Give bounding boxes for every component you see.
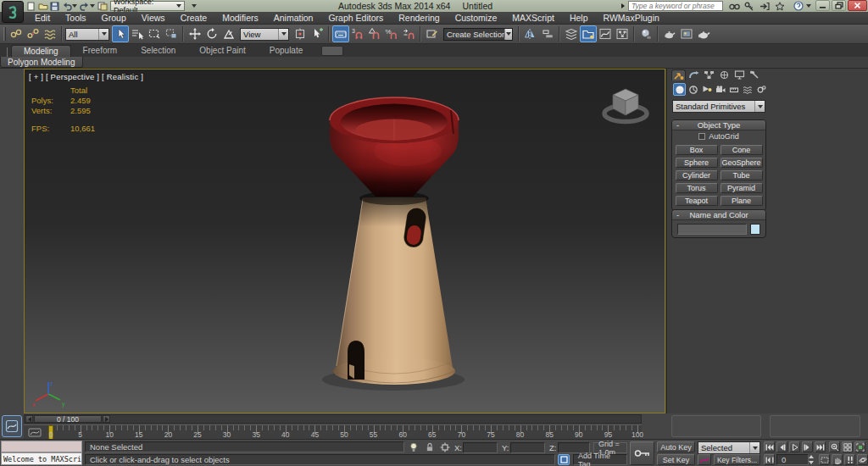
object-type-pyramid-button[interactable]: Pyramid [721,183,763,193]
isolate-selection-icon[interactable] [407,441,420,452]
layer-manager-button[interactable] [563,25,580,42]
select-by-name-button[interactable] [129,25,146,42]
time-slider-next-icon[interactable] [103,415,110,423]
select-object-button[interactable] [112,25,129,42]
ribbon-tab-freeform[interactable]: Freeform [71,45,130,57]
object-type-plane-button[interactable]: Plane [721,196,763,206]
reference-coordinate-dropdown[interactable]: View [240,28,289,41]
edit-named-selection-sets-button[interactable] [424,25,441,42]
key-mode-toggle[interactable] [764,454,775,465]
render-production-button[interactable] [695,25,712,42]
menu-item-help[interactable]: Help [562,12,596,25]
menu-item-customize[interactable]: Customize [448,12,505,25]
go-to-end-button[interactable] [815,441,826,452]
favorites-star-icon[interactable] [773,1,787,11]
menu-item-animation[interactable]: Animation [266,12,321,25]
menu-item-maxscript[interactable]: MAXScript [504,12,562,25]
ribbon-config-icon[interactable] [321,46,343,56]
infocenter-arrow-icon[interactable] [619,1,626,11]
time-slider-handle[interactable]: 0 / 100 [34,415,102,423]
spinner-snap-toggle-button[interactable] [400,25,417,42]
autogrid-checkbox[interactable] [698,133,705,140]
mirror-button[interactable] [522,25,539,42]
zoom-all-icon[interactable] [842,441,853,452]
frame-spinner[interactable] [809,454,815,465]
auto-key-button[interactable]: Auto Key [657,441,695,452]
category-helpers[interactable] [727,83,740,96]
help-icon[interactable] [792,1,805,11]
object-name-field[interactable] [677,224,747,235]
ribbon-panel-polygon-modeling[interactable]: Polygon Modeling [0,57,83,68]
zoom-icon[interactable] [829,441,840,452]
rendered-frame-window-button[interactable] [678,25,695,42]
ribbon-tab-object-paint[interactable]: Object Paint [187,45,257,57]
keyboard-shortcut-override-toggle[interactable] [332,25,349,42]
app-logo-button[interactable] [2,1,24,23]
menu-item-rwmaxplugin[interactable]: RWMaxPlugin [596,12,667,25]
menu-item-graph-editors[interactable]: Graph Editors [320,12,391,25]
tab-create[interactable] [671,69,686,80]
toolbar-grip[interactable] [3,27,6,41]
toggle-ribbon-button[interactable] [580,25,597,42]
selection-lock-icon[interactable] [423,441,437,452]
track-bar[interactable]: 0510152025303540455055606570758085909510… [24,424,642,439]
select-and-rotate-button[interactable] [203,25,220,42]
sign-in-icon[interactable] [758,1,771,11]
search-binoculars-icon[interactable] [727,1,741,11]
menu-item-rendering[interactable]: Rendering [391,12,447,25]
add-time-tag-field[interactable]: Add Time Tag [573,454,627,465]
mini-curve-editor-button[interactable] [2,415,22,437]
restore-button[interactable] [832,0,846,11]
use-pivot-point-center-button[interactable] [292,25,309,42]
pan-view-icon[interactable] [832,454,843,465]
current-frame-field[interactable]: 0 [776,454,809,465]
save-file-icon[interactable] [49,1,60,11]
quick-access-customize-icon[interactable] [188,1,199,11]
schematic-view-button[interactable] [614,25,631,42]
transform-gizmo-icon[interactable] [438,441,452,452]
maxscript-mini-listener-macro[interactable] [1,441,82,452]
bind-to-space-warp-icon[interactable] [42,25,58,42]
play-animation-button[interactable] [789,441,800,452]
redo-dropdown-icon[interactable] [89,1,96,11]
set-keys-button[interactable] [630,441,654,465]
object-type-cone-button[interactable]: Cone [721,145,763,155]
material-editor-button[interactable] [637,25,654,42]
object-type-sphere-button[interactable]: Sphere [676,158,718,168]
tab-modify[interactable] [687,69,701,80]
name-color-rollout-header[interactable]: - Name and Color [672,210,765,220]
time-slider[interactable]: 0 / 100 [24,414,642,424]
time-tag-icon[interactable] [558,454,570,465]
close-button[interactable] [848,0,867,11]
render-setup-button[interactable] [661,25,678,42]
object-type-box-button[interactable]: Box [676,145,718,155]
tab-motion[interactable] [717,69,732,80]
go-to-start-button[interactable] [764,441,775,452]
category-lights[interactable] [700,83,713,96]
workspace-dropdown[interactable]: Workspace: Default [110,1,185,11]
rectangular-selection-region-button[interactable] [146,25,163,42]
tab-display[interactable] [732,69,747,80]
walk-through-icon[interactable] [844,454,855,465]
snap-toggle-3d-button[interactable]: 3 [349,25,366,42]
zoom-extents-icon[interactable] [854,441,865,452]
object-type-teapot-button[interactable]: Teapot [676,196,718,206]
open-mini-curve-editor-icon[interactable] [28,428,42,437]
select-and-manipulate-button[interactable] [309,25,326,42]
tab-utilities[interactable] [748,69,762,80]
object-color-swatch[interactable] [750,224,760,235]
category-cameras[interactable] [714,83,726,96]
category-geometry[interactable] [673,83,686,96]
key-filters-button[interactable]: Key Filters... [714,454,760,465]
select-and-link-icon[interactable] [8,25,25,42]
angle-snap-toggle-button[interactable] [366,25,383,42]
menu-item-edit[interactable]: Edit [27,12,58,25]
object-type-torus-button[interactable]: Torus [676,183,718,193]
ribbon-tab-selection[interactable]: Selection [129,45,187,57]
communication-key-icon[interactable] [743,1,756,11]
percent-snap-toggle-button[interactable]: % [383,25,400,42]
menu-item-group[interactable]: Group [94,12,134,25]
set-key-button[interactable]: Set Key [657,454,695,465]
project-folder-icon[interactable] [97,1,108,11]
object-type-geosphere-button[interactable]: GeoSphere [721,158,763,168]
